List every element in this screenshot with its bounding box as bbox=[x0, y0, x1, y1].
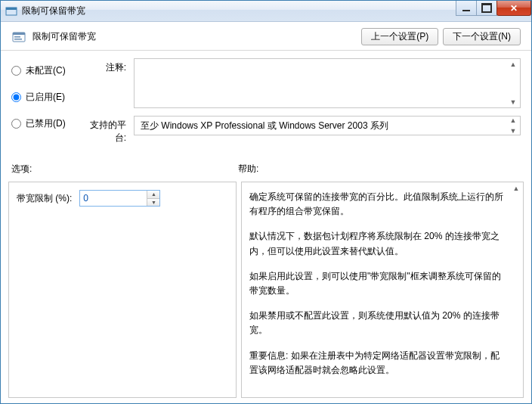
options-section-label: 选项: bbox=[11, 163, 238, 176]
help-paragraph: 如果禁用或不配置此设置，则系统使用默认值为 20% 的连接带宽。 bbox=[249, 309, 506, 337]
comment-label: 注释: bbox=[79, 58, 134, 108]
spinner-down-button[interactable]: ▼ bbox=[147, 199, 159, 207]
scroll-down-icon[interactable]: ▼ bbox=[509, 127, 518, 135]
help-paragraph: 如果启用此设置，则可以使用"带宽限制"框来调整系统可保留的带宽数量。 bbox=[249, 269, 506, 298]
header-row: 限制可保留带宽 上一个设置(P) 下一个设置(N) bbox=[1, 22, 531, 51]
radio-enabled-label: 已启用(E) bbox=[26, 91, 65, 104]
radio-not-configured-label: 未配置(C) bbox=[26, 64, 66, 77]
help-panel: ▲ 确定系统可保留的连接带宽的百分比。此值限制系统上运行的所有程序的组合带宽保留… bbox=[241, 182, 524, 398]
window-title: 限制可保留带宽 bbox=[22, 5, 85, 17]
spinner-up-button[interactable]: ▲ bbox=[147, 191, 159, 199]
help-paragraph: 确定系统可保留的连接带宽的百分比。此值限制系统上运行的所有程序的组合带宽保留。 bbox=[249, 190, 506, 219]
radio-enabled-input[interactable] bbox=[11, 92, 21, 102]
app-icon bbox=[5, 5, 17, 17]
radio-not-configured[interactable]: 未配置(C) bbox=[11, 64, 79, 77]
bandwidth-limit-spinner[interactable]: ▲ ▼ bbox=[79, 190, 160, 207]
options-panel: 带宽限制 (%): ▲ ▼ bbox=[8, 182, 237, 398]
scroll-up-icon[interactable]: ▲ bbox=[509, 117, 518, 124]
svg-rect-4 bbox=[14, 36, 20, 38]
help-paragraph: 重要信息: 如果在注册表中为特定网络适配器设置带宽限制，配置该网络适配器时就会忽… bbox=[249, 349, 506, 378]
svg-rect-1 bbox=[6, 8, 17, 10]
scroll-up-icon[interactable]: ▲ bbox=[512, 185, 521, 192]
page-title: 限制可保留带宽 bbox=[32, 30, 96, 43]
bandwidth-limit-label: 带宽限制 (%): bbox=[17, 192, 72, 205]
svg-rect-5 bbox=[14, 39, 22, 40]
title-bar: 限制可保留带宽 bbox=[1, 1, 531, 22]
maximize-button[interactable] bbox=[476, 1, 497, 16]
scroll-down-icon[interactable]: ▼ bbox=[509, 98, 518, 106]
supported-platform-box: 至少 Windows XP Professional 或 Windows Ser… bbox=[134, 116, 521, 135]
bandwidth-limit-input[interactable] bbox=[80, 191, 147, 206]
radio-disabled-label: 已禁用(D) bbox=[26, 117, 66, 130]
help-paragraph: 默认情况下，数据包计划程序将系统限制在 20% 的连接带宽之内，但可以使用此设置… bbox=[249, 229, 506, 258]
close-button[interactable] bbox=[496, 1, 531, 16]
svg-rect-3 bbox=[13, 33, 25, 35]
minimize-button[interactable] bbox=[456, 1, 477, 16]
next-setting-button[interactable]: 下一个设置(N) bbox=[443, 28, 521, 45]
config-state-radios: 未配置(C) 已启用(E) 已禁用(D) bbox=[11, 58, 79, 152]
radio-disabled-input[interactable] bbox=[11, 119, 21, 129]
scroll-up-icon[interactable]: ▲ bbox=[509, 61, 518, 68]
radio-enabled[interactable]: 已启用(E) bbox=[11, 91, 79, 104]
previous-setting-button[interactable]: 上一个设置(P) bbox=[361, 28, 438, 45]
platform-value: 至少 Windows XP Professional 或 Windows Ser… bbox=[141, 120, 388, 132]
policy-icon bbox=[11, 30, 26, 45]
platform-label: 支持的平台: bbox=[79, 116, 134, 145]
comment-textarea[interactable]: ▲ ▼ bbox=[134, 58, 521, 108]
radio-not-configured-input[interactable] bbox=[11, 66, 21, 76]
help-section-label: 帮助: bbox=[238, 163, 521, 176]
radio-disabled[interactable]: 已禁用(D) bbox=[11, 117, 79, 130]
